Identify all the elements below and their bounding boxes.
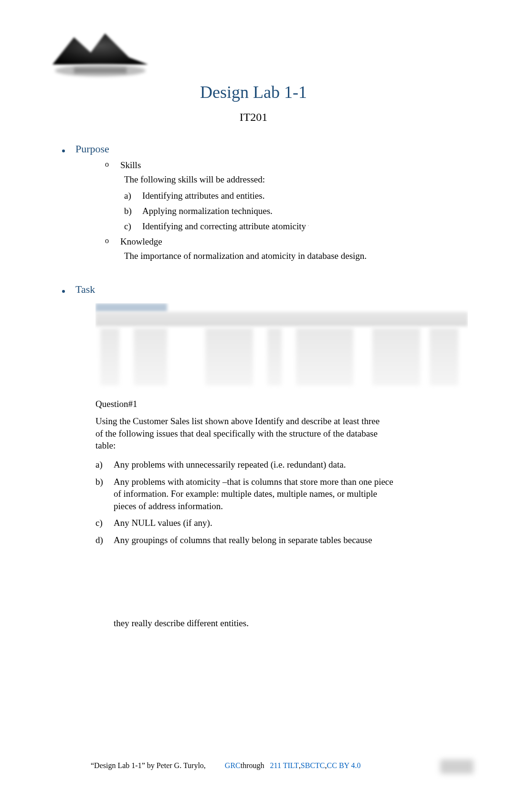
course-code: IT201 bbox=[43, 111, 464, 124]
skill-text: Applying normalization techniques. bbox=[142, 206, 273, 216]
footnote-dot-icon: . bbox=[308, 223, 309, 227]
skill-text: Identifying and correcting attribute ato… bbox=[142, 221, 309, 232]
sublist-marker: o bbox=[105, 236, 112, 247]
question-paragraph: Using the Customer Sales list shown abov… bbox=[95, 415, 382, 452]
page-title: Design Lab 1-1 bbox=[43, 82, 464, 102]
footer-link-grc[interactable]: GRC bbox=[225, 761, 241, 770]
footer-sep: through bbox=[241, 761, 264, 770]
list-marker: c) bbox=[124, 221, 136, 232]
task-item-b: b) Any problems with atomicity –that is … bbox=[95, 476, 396, 513]
question-label: Question#1 bbox=[95, 399, 464, 409]
footer-link-tilt[interactable]: 211 TILT bbox=[270, 761, 299, 770]
task-item-c: c) Any NULL values (if any). bbox=[95, 517, 396, 529]
list-marker: a) bbox=[95, 459, 107, 471]
task-item-text: Any NULL values (if any). bbox=[114, 517, 212, 529]
skills-intro: The following skills will be addressed: bbox=[124, 174, 464, 185]
footer-prefix: “Design Lab 1-1” by Peter G. Turylo, bbox=[91, 761, 206, 770]
list-marker: b) bbox=[95, 476, 107, 513]
task-item-text: Any groupings of columns that really bel… bbox=[114, 534, 372, 546]
skill-text: Identifying attributes and entities. bbox=[142, 191, 264, 201]
purpose-heading: Purpose bbox=[75, 143, 109, 155]
task-heading: Task bbox=[75, 283, 95, 296]
college-logo bbox=[48, 29, 158, 81]
list-marker: b) bbox=[124, 206, 136, 216]
knowledge-label: Knowledge bbox=[120, 236, 162, 247]
list-marker: d) bbox=[95, 534, 107, 546]
task-item-text: Any problems with unnecessarily repeated… bbox=[114, 459, 346, 471]
bullet-icon bbox=[62, 290, 65, 293]
svg-rect-1 bbox=[74, 68, 127, 73]
bullet-icon bbox=[62, 150, 65, 152]
list-marker: a) bbox=[124, 191, 136, 201]
knowledge-text: The importance of normalization and atom… bbox=[124, 251, 464, 261]
customer-sales-table-image bbox=[95, 303, 468, 389]
skill-item-a: a) Identifying attributes and entities. bbox=[124, 191, 464, 201]
list-marker: c) bbox=[95, 517, 107, 529]
footer-link-cc[interactable]: CC BY 4.0 bbox=[327, 761, 361, 770]
task-item-a: a) Any problems with unnecessarily repea… bbox=[95, 459, 396, 471]
attribution-footer: “Design Lab 1-1” by Peter G. Turylo, GRC… bbox=[91, 761, 464, 770]
task-item-d: d) Any groupings of columns that really … bbox=[95, 534, 396, 546]
footer-link-sbctc[interactable]: SBCTC bbox=[301, 761, 325, 770]
skill-item-b: b) Applying normalization techniques. bbox=[124, 206, 464, 216]
sublist-marker: o bbox=[105, 160, 112, 171]
skill-item-c: c) Identifying and correcting attribute … bbox=[124, 221, 464, 232]
footer-blur-badge bbox=[440, 759, 474, 774]
task-item-text: Any problems with atomicity –that is col… bbox=[114, 476, 396, 513]
task-item-d-continuation: they really describe different entities. bbox=[114, 618, 464, 629]
skills-label: Skills bbox=[120, 160, 141, 171]
